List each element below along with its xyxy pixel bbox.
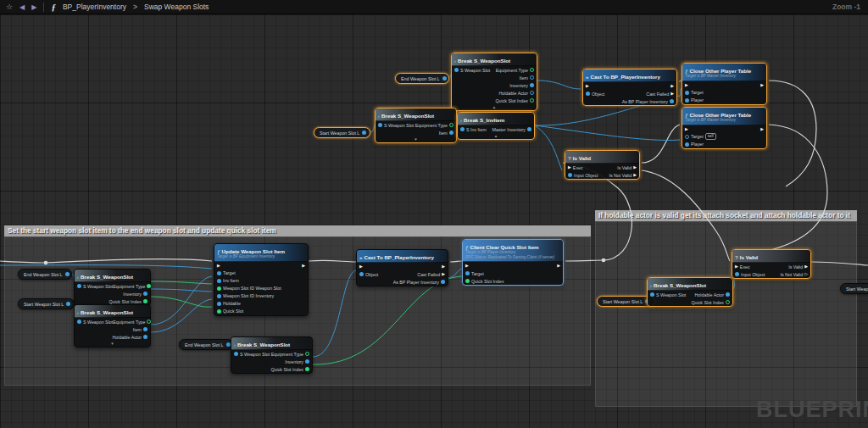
exec-in-pin[interactable]: ▶ (465, 264, 469, 268)
node-break-s-weaponslot[interactable]: ‹Break S_WeaponSlot S Weapon SlotHoldabl… (647, 277, 733, 307)
var-pill-end-weapon-slot[interactable]: End Weapon Slot L (395, 73, 449, 84)
exec-out-pin[interactable]: ▶ (670, 84, 674, 88)
var-pill-start-weapon-slot[interactable]: Start Weapon Slot L (18, 298, 75, 309)
pin-inventory[interactable]: Inventory (123, 292, 147, 297)
pin-equipment-type[interactable]: Equipment Type (113, 284, 151, 289)
pin-item[interactable]: Item (439, 131, 453, 136)
pin-input-object[interactable]: Input Object (568, 173, 598, 178)
node-break-s-weaponslot[interactable]: ‹Break S_WeaponSlot S Weapon SlotEquipme… (231, 336, 313, 374)
bookmark-star-icon[interactable]: ☆ (6, 0, 13, 14)
pin-weapon-slot-id-inventory[interactable]: Weapon Slot ID Inventory (217, 293, 274, 298)
comment-right-title[interactable]: If holdable actor is valid get its attac… (595, 210, 857, 221)
node-break-s-weaponslot[interactable]: ‹Break S_WeaponSlot S Weapon SlotEquipme… (451, 53, 537, 111)
pin-as-bp-player-inventory[interactable]: As BP Player Inventory (622, 99, 674, 104)
pin-target[interactable]: Target (217, 270, 236, 275)
pin-target[interactable]: Target (465, 271, 484, 276)
node-client-clear-quick-slot-item[interactable]: ƒClient Clear Quick Slot ItemTarget is B… (462, 239, 564, 286)
pin-target[interactable]: Targetself (685, 133, 716, 140)
breadcrumb-blueprint[interactable]: BP_PlayerInventory (63, 3, 126, 11)
pin-player[interactable]: Player (685, 142, 704, 147)
pin-quick-slot[interactable]: Quick Slot (217, 308, 243, 314)
exec-in-pin[interactable]: ▶ (685, 127, 688, 131)
node-break-s-weaponslot[interactable]: ‹Break S_WeaponSlot S Weapon SlotEquipme… (375, 108, 457, 143)
pin-s-weapon-slot[interactable]: S Weapon Slot (234, 352, 270, 357)
object-pin[interactable] (226, 342, 231, 347)
var-pill-end-weapon-slot[interactable]: End Weapon Slot L (179, 339, 233, 350)
pin-is-not-valid[interactable]: Is Not Valid▶ (609, 173, 637, 178)
pin-quick-slot-index[interactable]: Quick Slot Index (495, 98, 534, 103)
var-pill-start-weapon-slot[interactable]: Start Weapon Slot L (314, 127, 370, 138)
pin-is-not-valid[interactable]: Is Not Valid▷ (780, 272, 808, 277)
pin-cast-failed[interactable]: Cast Failed▶ (417, 272, 445, 277)
pin-cast-failed[interactable]: Cast Failed▶ (646, 92, 674, 97)
pin-object[interactable]: Object (359, 272, 378, 277)
pin-target[interactable]: Target (685, 90, 704, 95)
pin-s-weapon-slot[interactable]: S Weapon Slot (650, 292, 686, 297)
self-default-value[interactable]: self (705, 133, 716, 140)
pin-inventory[interactable]: Inventory (509, 83, 534, 88)
var-pill-end-weapon-slot[interactable]: End Weapon Slot L (18, 269, 72, 280)
object-pin[interactable] (442, 76, 447, 81)
exec-out-pin[interactable]: ▶ (760, 83, 764, 87)
node-break-s-invitem[interactable]: ‹Break S_InvItem S Inv ItemMaster Invent… (457, 112, 535, 140)
exec-out-pin[interactable]: ▶ (557, 264, 560, 268)
pin-holdable-actor[interactable]: Holdable Actor (113, 335, 147, 340)
comment-left-title[interactable]: Set the start weapon slot item to the en… (4, 225, 591, 236)
pin-as-bp-player-inventory[interactable]: As BP Player Inventory (393, 280, 445, 285)
pin-holdable-actor[interactable]: Holdable Actor (499, 91, 534, 96)
pin-input-object[interactable]: Input Object (735, 272, 765, 277)
exec-in-pin[interactable]: ▶ (685, 83, 688, 87)
pin-quick-slot-index[interactable]: Quick Slot Index (270, 367, 309, 372)
exec-out-pin[interactable]: ▶ (760, 127, 764, 131)
pin-quick-slot-index[interactable]: Quick Slot Index (465, 279, 504, 284)
object-pin[interactable] (66, 302, 70, 306)
collapse-arrow[interactable]: ▲ (458, 133, 534, 139)
object-pin[interactable] (362, 131, 366, 135)
pin-equipment-type[interactable]: Equipment Type (271, 352, 309, 357)
pin-is-valid[interactable]: Is Valid▶ (617, 165, 637, 170)
node-close-other-player-table[interactable]: ƒClose Other Player TableTarget is BP Ma… (682, 63, 767, 105)
node-is-valid[interactable]: ?Is Valid ▶ExecIs Valid▶ Input ObjectIs … (732, 249, 811, 279)
pin-s-weapon-slot[interactable]: S Weapon Slot (378, 123, 414, 128)
pin-quick-slot-index[interactable]: Quick Slot Index (691, 300, 730, 305)
pin-master-inventory[interactable]: Master Inventory (492, 127, 531, 132)
exec-out-pin[interactable]: ▶ (442, 264, 445, 269)
pin-quick-slot-index[interactable]: Quick Slot Index (108, 299, 147, 304)
pin-holdable-actor[interactable]: Holdable Actor (695, 292, 730, 297)
pin-exec[interactable]: ▶Exec (568, 165, 583, 170)
pin-s-weapon-slot[interactable]: S Weapon Slot (454, 68, 490, 73)
pin-item[interactable]: Item (520, 75, 534, 81)
comment-right-body[interactable] (595, 221, 857, 407)
collapse-arrow[interactable]: ▲ (452, 104, 537, 110)
pin-item[interactable]: Item (133, 327, 147, 332)
node-break-s-weaponslot[interactable]: ‹Break S_WeaponSlot S Weapon SlotEquipme… (74, 304, 151, 347)
pin-equipment-type[interactable]: Equipment Type (113, 320, 151, 325)
pin-inv-item[interactable]: Inv Item (217, 278, 239, 283)
pin-s-weapon-slot[interactable]: S Weapon Slot (77, 284, 113, 289)
node-update-weapon-slot-item[interactable]: ƒUpdate Weapon Slot ItemTarget is BP Equ… (214, 243, 309, 316)
pin-inventory[interactable]: Inventory (285, 359, 309, 364)
node-cast-to-bp-playerinventory[interactable]: »Cast To BP_PlayerInventory ▶▶ ObjectCas… (356, 249, 448, 286)
nav-forward-icon[interactable]: ▶ (31, 0, 36, 14)
node-is-valid[interactable]: ?Is Valid ▶ExecIs Valid▶ Input ObjectIs … (565, 150, 640, 180)
pin-equipment-type[interactable]: Equipment Type (415, 123, 453, 128)
var-pill-start-weapon-slot-clipped[interactable]: Start Weapon Slot L (840, 283, 868, 294)
expand-arrow[interactable]: ▼ (75, 341, 150, 347)
node-close-other-player-table[interactable]: ƒClose Other Player TableTarget is BP Ma… (682, 107, 767, 149)
exec-in-pin[interactable]: ▶ (586, 84, 589, 88)
node-cast-to-bp-playerinventory[interactable]: »Cast To BP_PlayerInventory ▶▶ ObjectCas… (582, 69, 677, 106)
pin-exec[interactable]: ▶Exec (735, 264, 750, 270)
pin-s-inv-item[interactable]: S Inv Item (460, 127, 487, 132)
pin-holdable[interactable]: Holdable (217, 301, 241, 306)
exec-in-pin[interactable]: ▶ (359, 264, 363, 269)
expand-arrow[interactable]: ▼ (376, 136, 456, 142)
exec-in-pin[interactable]: ▶ (217, 264, 220, 268)
pin-s-weapon-slot[interactable]: S Weapon Slot (77, 320, 113, 325)
pin-player[interactable]: Player (685, 97, 704, 103)
exec-out-pin[interactable]: ▶ (302, 264, 305, 268)
object-pin[interactable] (65, 272, 70, 276)
pin-weapon-slot-id-weapon-slot[interactable]: Weapon Slot ID Weapon Slot (217, 286, 281, 291)
breadcrumb-graph[interactable]: Swap Weapon Slots (144, 3, 209, 11)
pin-equipment-type[interactable]: Equipment Type (496, 68, 534, 73)
node-break-s-weaponslot[interactable]: ‹Break S_WeaponSlot S Weapon SlotEquipme… (74, 269, 151, 306)
